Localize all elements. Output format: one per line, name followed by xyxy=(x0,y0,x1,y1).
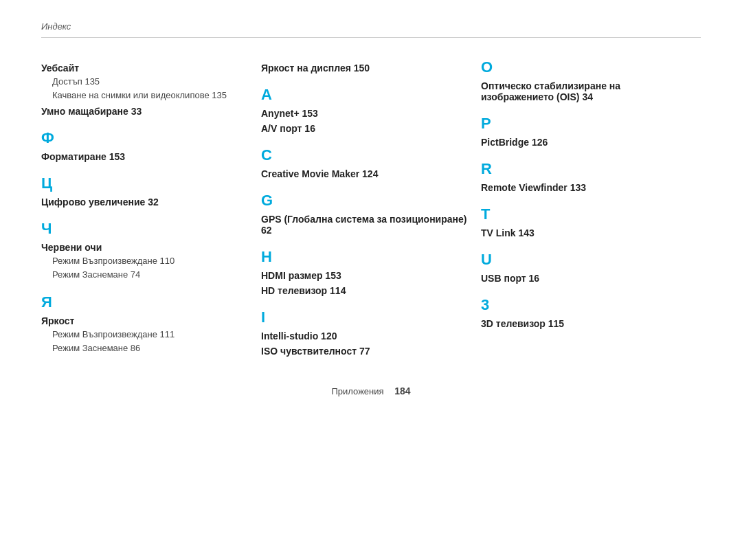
section-letter-R: R xyxy=(481,160,687,178)
entry-main: PictBridge 126 xyxy=(481,137,687,148)
entry-main: Creative Movie Maker 124 xyxy=(261,168,467,179)
section-letter-Ц: Ц xyxy=(41,175,247,192)
section-letter-Я: Я xyxy=(41,293,247,311)
footer-label: Приложения xyxy=(332,386,384,396)
section-letter-H: H xyxy=(261,248,467,266)
entry-main: ISO чувствителност 77 xyxy=(261,346,467,357)
entry-main: Яркост на дисплея 150 xyxy=(261,63,467,74)
entry-main: 3D телевизор 115 xyxy=(481,318,687,329)
section-letter-O: O xyxy=(481,58,687,76)
entry-main: Оптическо стабилизиране на изображението… xyxy=(481,80,687,102)
section-letter-A: A xyxy=(261,86,467,104)
page-header: Индекс xyxy=(41,21,701,38)
section-letter-G: G xyxy=(261,192,467,210)
entry-main: GPS (Глобална система за позициониране) … xyxy=(261,214,467,236)
entry-main: Remote Viewfinder 133 xyxy=(481,182,687,193)
entry-main: HD телевизор 114 xyxy=(261,285,467,296)
entry-sub: Режим Възпроизвеждане 110 xyxy=(41,254,247,268)
entry-main: Уебсайт xyxy=(41,63,247,74)
entry-main: Anynet+ 153 xyxy=(261,108,467,119)
entry-sub: Качване на снимки или видеоклипове 135 xyxy=(41,89,247,102)
column-3: OОптическо стабилизиране на изображениет… xyxy=(481,58,701,358)
entry-main: Червени очи xyxy=(41,242,247,253)
entry-sub: Режим Заснемане 86 xyxy=(41,341,247,355)
entry-main: Форматиране 153 xyxy=(41,151,247,162)
header-title: Индекс xyxy=(41,21,71,32)
entry-sub: Достъп 135 xyxy=(41,75,247,89)
index-columns: УебсайтДостъп 135Качване на снимки или в… xyxy=(41,58,701,358)
section-letter-P: P xyxy=(481,115,687,133)
column-2: Яркост на дисплея 150AAnynet+ 153A/V пор… xyxy=(261,58,481,358)
page-footer: Приложения 184 xyxy=(41,385,701,396)
entry-main: HDMI размер 153 xyxy=(261,270,467,281)
entry-main: Яркост xyxy=(41,315,247,326)
section-letter-Ф: Ф xyxy=(41,129,247,147)
entry-main: Цифрово увеличение 32 xyxy=(41,197,247,208)
section-letter-C: C xyxy=(261,146,467,164)
section-letter-3: 3 xyxy=(481,296,687,314)
entry-main: USB порт 16 xyxy=(481,273,687,284)
section-letter-I: I xyxy=(261,309,467,326)
entry-main: TV Link 143 xyxy=(481,227,687,238)
page: Индекс УебсайтДостъп 135Качване на снимк… xyxy=(0,0,742,431)
section-letter-Ч: Ч xyxy=(41,220,247,238)
entry-sub: Режим Възпроизвеждане 111 xyxy=(41,328,247,341)
footer-page-number: 184 xyxy=(394,385,410,396)
section-letter-U: U xyxy=(481,251,687,269)
section-letter-T: T xyxy=(481,205,687,223)
entry-sub: Режим Заснемане 74 xyxy=(41,268,247,282)
entry-main: Умно мащабиране 33 xyxy=(41,106,247,117)
entry-main: Intelli-studio 120 xyxy=(261,331,467,341)
column-1: УебсайтДостъп 135Качване на снимки или в… xyxy=(41,58,261,358)
entry-main: A/V порт 16 xyxy=(261,123,467,134)
